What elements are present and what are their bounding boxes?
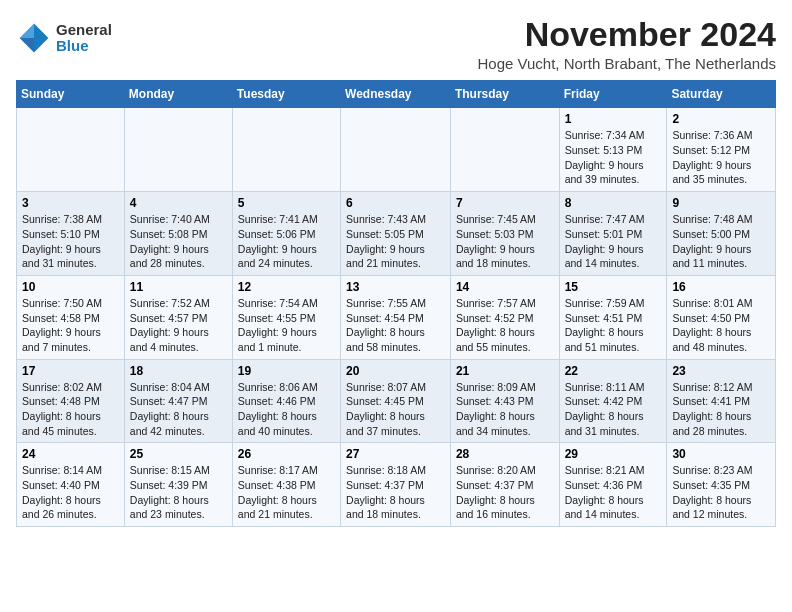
calendar-cell: 26Sunrise: 8:17 AM Sunset: 4:38 PM Dayli… bbox=[232, 443, 340, 527]
day-detail: Sunrise: 8:14 AM Sunset: 4:40 PM Dayligh… bbox=[22, 464, 102, 520]
calendar-cell bbox=[232, 108, 340, 192]
logo-icon bbox=[16, 20, 52, 56]
day-number: 25 bbox=[130, 447, 227, 461]
day-number: 29 bbox=[565, 447, 662, 461]
weekday-header: Monday bbox=[124, 81, 232, 108]
weekday-header: Wednesday bbox=[341, 81, 451, 108]
day-detail: Sunrise: 7:59 AM Sunset: 4:51 PM Dayligh… bbox=[565, 297, 645, 353]
calendar-week-row: 10Sunrise: 7:50 AM Sunset: 4:58 PM Dayli… bbox=[17, 275, 776, 359]
day-detail: Sunrise: 7:57 AM Sunset: 4:52 PM Dayligh… bbox=[456, 297, 536, 353]
day-detail: Sunrise: 8:21 AM Sunset: 4:36 PM Dayligh… bbox=[565, 464, 645, 520]
day-detail: Sunrise: 8:23 AM Sunset: 4:35 PM Dayligh… bbox=[672, 464, 752, 520]
day-detail: Sunrise: 7:41 AM Sunset: 5:06 PM Dayligh… bbox=[238, 213, 318, 269]
day-detail: Sunrise: 7:50 AM Sunset: 4:58 PM Dayligh… bbox=[22, 297, 102, 353]
calendar-cell: 11Sunrise: 7:52 AM Sunset: 4:57 PM Dayli… bbox=[124, 275, 232, 359]
day-detail: Sunrise: 7:40 AM Sunset: 5:08 PM Dayligh… bbox=[130, 213, 210, 269]
location-title: Hoge Vucht, North Brabant, The Netherlan… bbox=[477, 55, 776, 72]
day-detail: Sunrise: 7:36 AM Sunset: 5:12 PM Dayligh… bbox=[672, 129, 752, 185]
calendar-cell: 14Sunrise: 7:57 AM Sunset: 4:52 PM Dayli… bbox=[450, 275, 559, 359]
svg-marker-0 bbox=[34, 24, 48, 38]
svg-marker-2 bbox=[20, 38, 34, 52]
calendar-header: SundayMondayTuesdayWednesdayThursdayFrid… bbox=[17, 81, 776, 108]
day-detail: Sunrise: 8:04 AM Sunset: 4:47 PM Dayligh… bbox=[130, 381, 210, 437]
day-detail: Sunrise: 8:06 AM Sunset: 4:46 PM Dayligh… bbox=[238, 381, 318, 437]
day-detail: Sunrise: 8:18 AM Sunset: 4:37 PM Dayligh… bbox=[346, 464, 426, 520]
day-number: 3 bbox=[22, 196, 119, 210]
day-detail: Sunrise: 8:15 AM Sunset: 4:39 PM Dayligh… bbox=[130, 464, 210, 520]
day-detail: Sunrise: 7:34 AM Sunset: 5:13 PM Dayligh… bbox=[565, 129, 645, 185]
calendar-cell: 29Sunrise: 8:21 AM Sunset: 4:36 PM Dayli… bbox=[559, 443, 667, 527]
svg-marker-1 bbox=[20, 24, 34, 38]
day-number: 20 bbox=[346, 364, 445, 378]
day-detail: Sunrise: 7:54 AM Sunset: 4:55 PM Dayligh… bbox=[238, 297, 318, 353]
weekday-header: Saturday bbox=[667, 81, 776, 108]
day-detail: Sunrise: 7:38 AM Sunset: 5:10 PM Dayligh… bbox=[22, 213, 102, 269]
day-detail: Sunrise: 8:12 AM Sunset: 4:41 PM Dayligh… bbox=[672, 381, 752, 437]
calendar-cell bbox=[17, 108, 125, 192]
day-number: 21 bbox=[456, 364, 554, 378]
logo: General Blue bbox=[16, 20, 112, 56]
day-detail: Sunrise: 7:45 AM Sunset: 5:03 PM Dayligh… bbox=[456, 213, 536, 269]
day-number: 14 bbox=[456, 280, 554, 294]
day-number: 22 bbox=[565, 364, 662, 378]
calendar-cell: 1Sunrise: 7:34 AM Sunset: 5:13 PM Daylig… bbox=[559, 108, 667, 192]
day-number: 23 bbox=[672, 364, 770, 378]
day-number: 4 bbox=[130, 196, 227, 210]
logo-blue: Blue bbox=[56, 38, 112, 55]
weekday-header: Tuesday bbox=[232, 81, 340, 108]
day-detail: Sunrise: 8:02 AM Sunset: 4:48 PM Dayligh… bbox=[22, 381, 102, 437]
calendar-cell: 21Sunrise: 8:09 AM Sunset: 4:43 PM Dayli… bbox=[450, 359, 559, 443]
page-header: General Blue November 2024 Hoge Vucht, N… bbox=[16, 16, 776, 72]
calendar-body: 1Sunrise: 7:34 AM Sunset: 5:13 PM Daylig… bbox=[17, 108, 776, 527]
day-number: 17 bbox=[22, 364, 119, 378]
calendar-cell: 15Sunrise: 7:59 AM Sunset: 4:51 PM Dayli… bbox=[559, 275, 667, 359]
calendar-cell: 20Sunrise: 8:07 AM Sunset: 4:45 PM Dayli… bbox=[341, 359, 451, 443]
calendar-cell: 13Sunrise: 7:55 AM Sunset: 4:54 PM Dayli… bbox=[341, 275, 451, 359]
day-number: 12 bbox=[238, 280, 335, 294]
day-number: 27 bbox=[346, 447, 445, 461]
day-number: 8 bbox=[565, 196, 662, 210]
day-number: 7 bbox=[456, 196, 554, 210]
calendar-cell: 24Sunrise: 8:14 AM Sunset: 4:40 PM Dayli… bbox=[17, 443, 125, 527]
day-number: 15 bbox=[565, 280, 662, 294]
calendar-cell: 28Sunrise: 8:20 AM Sunset: 4:37 PM Dayli… bbox=[450, 443, 559, 527]
calendar-cell: 23Sunrise: 8:12 AM Sunset: 4:41 PM Dayli… bbox=[667, 359, 776, 443]
calendar-cell: 3Sunrise: 7:38 AM Sunset: 5:10 PM Daylig… bbox=[17, 192, 125, 276]
day-number: 26 bbox=[238, 447, 335, 461]
day-detail: Sunrise: 8:09 AM Sunset: 4:43 PM Dayligh… bbox=[456, 381, 536, 437]
day-detail: Sunrise: 7:48 AM Sunset: 5:00 PM Dayligh… bbox=[672, 213, 752, 269]
day-number: 10 bbox=[22, 280, 119, 294]
day-number: 6 bbox=[346, 196, 445, 210]
day-number: 1 bbox=[565, 112, 662, 126]
day-detail: Sunrise: 8:17 AM Sunset: 4:38 PM Dayligh… bbox=[238, 464, 318, 520]
calendar-cell: 6Sunrise: 7:43 AM Sunset: 5:05 PM Daylig… bbox=[341, 192, 451, 276]
logo-text: General Blue bbox=[56, 22, 112, 55]
calendar-week-row: 3Sunrise: 7:38 AM Sunset: 5:10 PM Daylig… bbox=[17, 192, 776, 276]
day-detail: Sunrise: 7:52 AM Sunset: 4:57 PM Dayligh… bbox=[130, 297, 210, 353]
day-number: 18 bbox=[130, 364, 227, 378]
calendar-cell: 22Sunrise: 8:11 AM Sunset: 4:42 PM Dayli… bbox=[559, 359, 667, 443]
day-number: 2 bbox=[672, 112, 770, 126]
calendar-cell bbox=[341, 108, 451, 192]
calendar-cell: 25Sunrise: 8:15 AM Sunset: 4:39 PM Dayli… bbox=[124, 443, 232, 527]
calendar-cell: 8Sunrise: 7:47 AM Sunset: 5:01 PM Daylig… bbox=[559, 192, 667, 276]
day-detail: Sunrise: 7:47 AM Sunset: 5:01 PM Dayligh… bbox=[565, 213, 645, 269]
calendar-table: SundayMondayTuesdayWednesdayThursdayFrid… bbox=[16, 80, 776, 527]
day-number: 13 bbox=[346, 280, 445, 294]
weekday-header: Thursday bbox=[450, 81, 559, 108]
day-detail: Sunrise: 8:01 AM Sunset: 4:50 PM Dayligh… bbox=[672, 297, 752, 353]
header-row: SundayMondayTuesdayWednesdayThursdayFrid… bbox=[17, 81, 776, 108]
logo-general: General bbox=[56, 22, 112, 39]
weekday-header: Sunday bbox=[17, 81, 125, 108]
day-detail: Sunrise: 8:11 AM Sunset: 4:42 PM Dayligh… bbox=[565, 381, 645, 437]
calendar-cell: 12Sunrise: 7:54 AM Sunset: 4:55 PM Dayli… bbox=[232, 275, 340, 359]
calendar-cell: 7Sunrise: 7:45 AM Sunset: 5:03 PM Daylig… bbox=[450, 192, 559, 276]
day-number: 9 bbox=[672, 196, 770, 210]
calendar-cell: 4Sunrise: 7:40 AM Sunset: 5:08 PM Daylig… bbox=[124, 192, 232, 276]
day-number: 11 bbox=[130, 280, 227, 294]
day-detail: Sunrise: 7:55 AM Sunset: 4:54 PM Dayligh… bbox=[346, 297, 426, 353]
calendar-week-row: 1Sunrise: 7:34 AM Sunset: 5:13 PM Daylig… bbox=[17, 108, 776, 192]
calendar-cell: 2Sunrise: 7:36 AM Sunset: 5:12 PM Daylig… bbox=[667, 108, 776, 192]
calendar-cell: 10Sunrise: 7:50 AM Sunset: 4:58 PM Dayli… bbox=[17, 275, 125, 359]
calendar-cell: 19Sunrise: 8:06 AM Sunset: 4:46 PM Dayli… bbox=[232, 359, 340, 443]
